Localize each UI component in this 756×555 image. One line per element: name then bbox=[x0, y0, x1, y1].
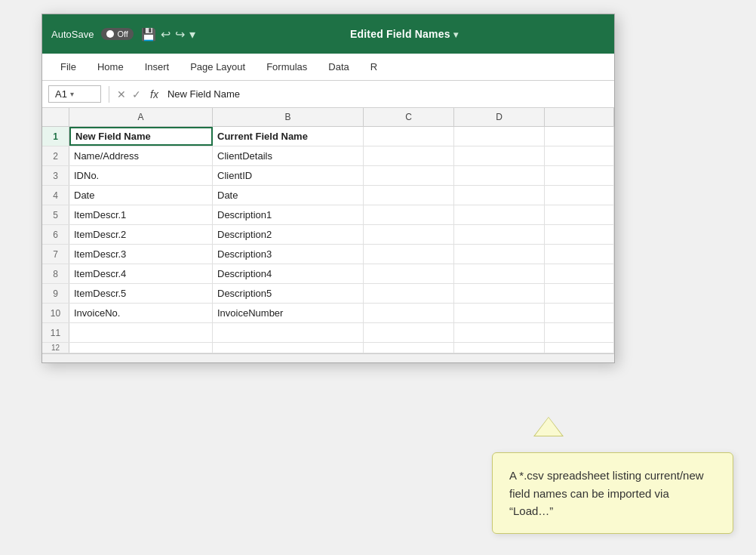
row-num-11: 11 bbox=[42, 323, 69, 342]
cell-d1[interactable] bbox=[454, 127, 545, 146]
cell-b4[interactable]: Date bbox=[213, 186, 364, 205]
cell-d3[interactable] bbox=[454, 166, 545, 185]
cell-a5[interactable]: ItemDescr.1 bbox=[69, 205, 213, 224]
cell-a11[interactable] bbox=[69, 323, 213, 342]
row-num-3: 3 bbox=[42, 166, 69, 185]
cell-d6[interactable] bbox=[454, 225, 545, 244]
page-container: AutoSave Off 💾 ↩ ↪ ▾ Edited Field Names … bbox=[0, 0, 756, 555]
undo-icon[interactable]: ↩ bbox=[161, 27, 171, 42]
cell-d2[interactable] bbox=[454, 146, 545, 165]
redo-icon[interactable]: ↪ bbox=[175, 27, 185, 42]
cell-d10[interactable] bbox=[454, 304, 545, 322]
col-header-rest bbox=[545, 108, 614, 126]
callout-box: A *.csv spreadsheet listing current/new … bbox=[492, 452, 733, 534]
tab-more[interactable]: R bbox=[361, 57, 386, 77]
cell-c10[interactable] bbox=[364, 304, 454, 322]
toggle-state: Off bbox=[117, 29, 128, 39]
cell-rest-3 bbox=[545, 166, 614, 185]
cell-b3[interactable]: ClientID bbox=[213, 166, 364, 185]
row-num-1: 1 bbox=[42, 127, 69, 146]
cell-a10[interactable]: InvoiceNo. bbox=[69, 304, 213, 322]
tab-data[interactable]: Data bbox=[319, 57, 358, 77]
fx-label: fx bbox=[150, 88, 158, 100]
cell-b12[interactable] bbox=[213, 343, 364, 353]
cell-d7[interactable] bbox=[454, 245, 545, 264]
col-header-d[interactable]: D bbox=[454, 108, 545, 126]
tab-file[interactable]: File bbox=[51, 57, 85, 77]
tab-page-layout[interactable]: Page Layout bbox=[181, 57, 254, 77]
cell-d8[interactable] bbox=[454, 264, 545, 283]
cell-d12[interactable] bbox=[454, 343, 545, 353]
cell-c6[interactable] bbox=[364, 225, 454, 244]
cell-a9[interactable]: ItemDescr.5 bbox=[69, 284, 213, 303]
cell-rest-8 bbox=[545, 264, 614, 283]
cell-c11[interactable] bbox=[364, 323, 454, 342]
formula-icons: ✕ ✓ bbox=[117, 88, 141, 100]
row-num-10: 10 bbox=[42, 304, 69, 322]
row-num-12: 12 bbox=[42, 343, 69, 353]
cell-c5[interactable] bbox=[364, 205, 454, 224]
cell-c4[interactable] bbox=[364, 186, 454, 205]
cell-rest-11 bbox=[545, 323, 614, 342]
cell-c9[interactable] bbox=[364, 284, 454, 303]
cancel-formula-icon[interactable]: ✕ bbox=[117, 88, 126, 100]
cell-a7[interactable]: ItemDescr.3 bbox=[69, 245, 213, 264]
cell-ref-dropdown[interactable]: ▾ bbox=[70, 90, 74, 98]
cell-a4[interactable]: Date bbox=[69, 186, 213, 205]
formula-content: New Field Name bbox=[167, 88, 240, 100]
cell-a2[interactable]: Name/Address bbox=[69, 146, 213, 165]
col-header-c[interactable]: C bbox=[364, 108, 454, 126]
cell-d4[interactable] bbox=[454, 186, 545, 205]
cell-rest-5 bbox=[545, 205, 614, 224]
cell-d11[interactable] bbox=[454, 323, 545, 342]
cell-rest-4 bbox=[545, 186, 614, 205]
cell-c12[interactable] bbox=[364, 343, 454, 353]
scrollbar-area[interactable] bbox=[42, 353, 614, 362]
cell-a8[interactable]: ItemDescr.4 bbox=[69, 264, 213, 283]
save-icon[interactable]: 💾 bbox=[141, 27, 156, 42]
cell-a12[interactable] bbox=[69, 343, 213, 353]
row-num-5: 5 bbox=[42, 205, 69, 224]
cell-c7[interactable] bbox=[364, 245, 454, 264]
cell-b7[interactable]: Description3 bbox=[213, 245, 364, 264]
cell-b2[interactable]: ClientDetails bbox=[213, 146, 364, 165]
callout-arrow-inner bbox=[535, 418, 562, 436]
tab-formulas[interactable]: Formulas bbox=[257, 57, 316, 77]
cell-b8[interactable]: Description4 bbox=[213, 264, 364, 283]
col-header-a[interactable]: A bbox=[69, 108, 213, 126]
cell-a3[interactable]: IDNo. bbox=[69, 166, 213, 185]
cell-b6[interactable]: Description2 bbox=[213, 225, 364, 244]
table-row: 2 Name/Address ClientDetails bbox=[42, 146, 614, 166]
cell-reference-box[interactable]: A1 ▾ bbox=[48, 85, 101, 103]
autosave-toggle[interactable]: Off bbox=[101, 28, 133, 40]
tab-home[interactable]: Home bbox=[88, 57, 133, 77]
title-dropdown-arrow[interactable]: ▾ bbox=[453, 29, 458, 40]
column-header-row: A B C D bbox=[42, 108, 614, 127]
table-row: 12 bbox=[42, 343, 614, 353]
row-num-9: 9 bbox=[42, 284, 69, 303]
cell-rest-6 bbox=[545, 225, 614, 244]
tab-insert[interactable]: Insert bbox=[136, 57, 179, 77]
customize-icon[interactable]: ▾ bbox=[189, 27, 195, 42]
table-row: 11 bbox=[42, 323, 614, 343]
cell-b5[interactable]: Description1 bbox=[213, 205, 364, 224]
cell-c2[interactable] bbox=[364, 146, 454, 165]
row-num-6: 6 bbox=[42, 225, 69, 244]
callout-text: A *.csv spreadsheet listing current/new … bbox=[509, 469, 704, 517]
row-num-7: 7 bbox=[42, 245, 69, 264]
cell-b1[interactable]: Current Field Name bbox=[213, 127, 364, 146]
cell-a6[interactable]: ItemDescr.2 bbox=[69, 225, 213, 244]
cell-c1[interactable] bbox=[364, 127, 454, 146]
title-bar-icons: 💾 ↩ ↪ ▾ bbox=[141, 27, 195, 42]
cell-b11[interactable] bbox=[213, 323, 364, 342]
cell-d5[interactable] bbox=[454, 205, 545, 224]
cell-b10[interactable]: InvoiceNumber bbox=[213, 304, 364, 322]
cell-c3[interactable] bbox=[364, 166, 454, 185]
cell-d9[interactable] bbox=[454, 284, 545, 303]
cell-a1[interactable]: New Field Name bbox=[69, 127, 213, 146]
confirm-formula-icon[interactable]: ✓ bbox=[132, 88, 141, 100]
col-header-b[interactable]: B bbox=[213, 108, 364, 126]
cell-c8[interactable] bbox=[364, 264, 454, 283]
formula-divider bbox=[109, 86, 109, 103]
cell-b9[interactable]: Description5 bbox=[213, 284, 364, 303]
